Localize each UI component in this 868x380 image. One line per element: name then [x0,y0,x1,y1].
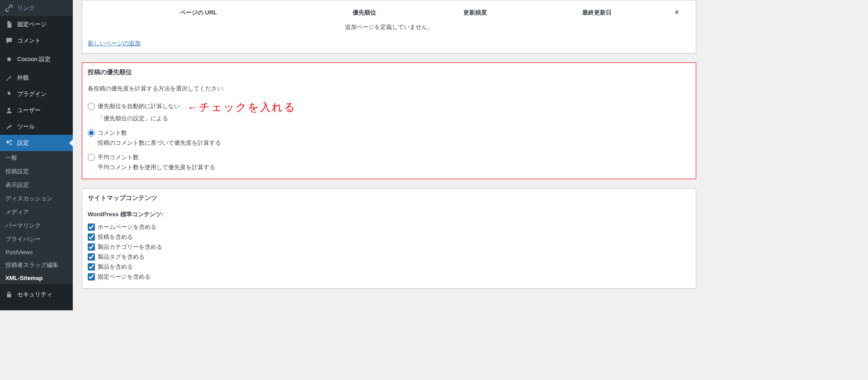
menu-tools[interactable]: ツール [0,119,73,135]
menu-label: ツール [17,123,35,131]
col-freq: 更新頻度 [420,9,530,17]
priority-title: 投稿の優先順位 [88,68,690,76]
additional-pages-card: ページの URL 優先順位 更新頻度 最終更新日 # 追加ページを定義していませ… [82,0,696,53]
menu-label: 設定 [17,139,29,147]
brush-icon [5,73,14,82]
priority-desc: 各投稿の優先度を計算する方法を選択してください: [88,85,690,93]
check-label: 製品を含める [98,263,133,271]
menu-label: プラグイン [17,90,47,98]
checkbox-product-cat[interactable] [88,243,95,251]
check-label: 製品カテゴリーを含める [98,243,162,251]
radio-label: 平均コメント数 [98,153,139,162]
radio-option-3[interactable]: 平均コメント数 [88,153,690,162]
submenu-media[interactable]: メディア [0,205,73,219]
checkbox-homepage[interactable] [88,223,95,231]
settings-icon [5,138,14,147]
radio-avg-comment[interactable] [88,154,95,161]
menu-label: ユーザー [17,106,41,114]
check-label: 固定ページを含める [98,273,151,281]
submenu-discussion[interactable]: ディスカッション [0,192,73,205]
menu-pages[interactable]: 固定ページ [0,16,73,33]
check-label: 製品タグを含める [98,253,145,261]
plugin-icon [5,90,14,99]
submenu-privacy[interactable]: プライバシー [0,233,73,246]
col-hash: # [663,9,690,17]
menu-link[interactable]: リンク [0,0,73,16]
table-header: ページの URL 優先順位 更新頻度 最終更新日 # [88,6,690,19]
lock-icon [5,290,14,299]
svg-point-1 [8,108,10,110]
submenu-writing[interactable]: 投稿設定 [0,165,73,178]
menu-plugins[interactable]: プラグイン [0,86,73,102]
checkbox-posts[interactable] [88,233,95,241]
radio-no-auto[interactable] [88,103,95,110]
empty-message: 追加ページを定義していません。 [88,19,690,35]
sitemap-content-card: サイトマップコンテンツ WordPress 標準コンテンツ: ホームページを含め… [82,188,696,289]
submenu-reading[interactable]: 表示設定 [0,178,73,192]
radio-label: コメント数 [98,129,127,137]
menu-security[interactable]: セキュリティ [0,286,73,303]
checkbox-product-tag[interactable] [88,253,95,261]
submenu-permalink[interactable]: パーマリンク [0,219,73,233]
menu-label: Cocoon 設定 [17,55,51,63]
add-page-link[interactable]: 新しいページの追加 [88,39,141,48]
tools-icon [5,122,14,131]
menu-label: 固定ページ [17,20,47,28]
radio-desc: 投稿のコメント数に基づいて優先度を計算する [98,139,690,147]
radio-option-2[interactable]: コメント数 [88,129,690,137]
check-homepage[interactable]: ホームページを含める [88,223,690,231]
check-product-cat[interactable]: 製品カテゴリーを含める [88,243,690,251]
col-url: ページの URL [88,9,309,17]
settings-submenu: 一般 投稿設定 表示設定 ディスカッション メディア パーマリンク プライバシー… [0,151,73,284]
comment-icon [5,36,14,45]
submenu-postviews[interactable]: PostViews [0,246,73,258]
check-product-tag[interactable]: 製品タグを含める [88,253,690,261]
menu-settings[interactable]: 設定 [0,135,73,151]
col-priority: 優先順位 [309,9,420,17]
menu-label: 外観 [17,74,29,82]
sitemap-title: サイトマップコンテンツ [88,194,690,202]
menu-label: セキュリティ [17,290,52,299]
check-posts[interactable]: 投稿を含める [88,233,690,241]
submenu-slug[interactable]: 投稿者スラッグ編集 [0,258,73,272]
radio-desc: 平均コメント数を使用して優先度を計算する [98,163,690,171]
submenu-xml-sitemap[interactable]: XML-Sitemap [0,272,73,284]
checkbox-products[interactable] [88,263,95,271]
page-icon [5,20,14,29]
sitemap-subtitle: WordPress 標準コンテンツ: [88,210,690,218]
main-content: ページの URL 優先順位 更新頻度 最終更新日 # 追加ページを定義していませ… [73,0,705,310]
menu-label: コメント [17,37,41,45]
menu-cocoon[interactable]: Cocoon 設定 [0,51,73,67]
admin-sidebar: リンク 固定ページ コメント Cocoon 設定 外観 プラグイン ユーザー [0,0,73,310]
menu-appearance[interactable]: 外観 [0,70,73,86]
radio-desc: 「優先順位の設定」による [98,114,690,123]
radio-label: 優先順位を自動的に計算しない [98,102,180,110]
check-products[interactable]: 製品を含める [88,263,690,271]
users-icon [5,106,14,115]
check-label: ホームページを含める [98,223,156,231]
col-last: 最終更新日 [530,9,663,17]
annotation-arrow: ←チェックを入れる [187,100,296,114]
menu-users[interactable]: ユーザー [0,102,73,119]
submenu-general[interactable]: 一般 [0,151,73,165]
menu-label: リンク [17,4,35,12]
checkbox-pages[interactable] [88,273,95,280]
link-icon [5,4,14,13]
cocoon-icon [5,55,14,64]
check-pages[interactable]: 固定ページを含める [88,273,690,281]
radio-comment-count[interactable] [88,129,95,137]
radio-option-1[interactable]: 優先順位を自動的に計算しない [88,102,180,110]
post-priority-card: 投稿の優先順位 各投稿の優先度を計算する方法を選択してください: 優先順位を自動… [82,62,696,179]
svg-point-0 [7,57,11,61]
check-label: 投稿を含める [98,233,133,241]
menu-comments[interactable]: コメント [0,33,73,49]
